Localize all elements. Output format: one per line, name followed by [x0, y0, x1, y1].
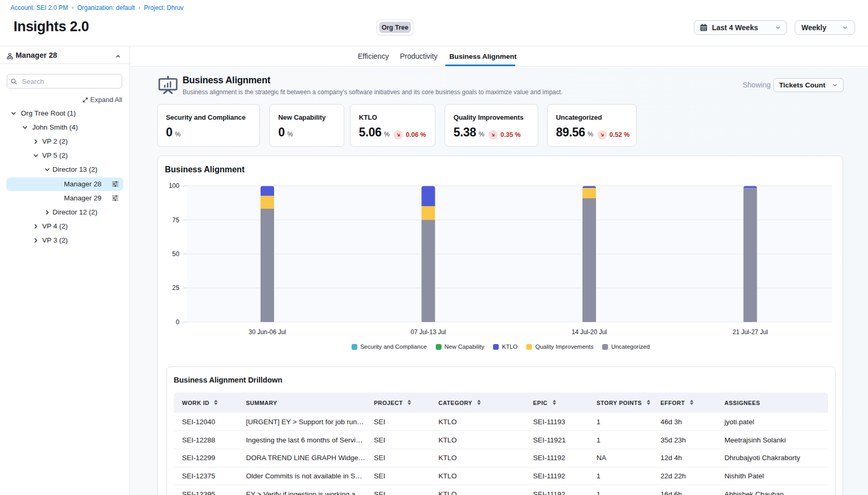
svg-text:50: 50	[172, 250, 179, 258]
svg-text:0: 0	[176, 319, 179, 326]
svg-text:21 Jul-27 Jul: 21 Jul-27 Jul	[732, 328, 768, 336]
svg-text:100: 100	[169, 182, 179, 189]
svg-text:75: 75	[172, 217, 179, 224]
svg-text:25: 25	[172, 284, 179, 291]
svg-text:07 Jul-13 Jul: 07 Jul-13 Jul	[410, 328, 446, 336]
svg-text:14 Jul-20 Jul: 14 Jul-20 Jul	[572, 328, 607, 336]
svg-text:30 Jun-06 Jul: 30 Jun-06 Jul	[249, 328, 286, 336]
